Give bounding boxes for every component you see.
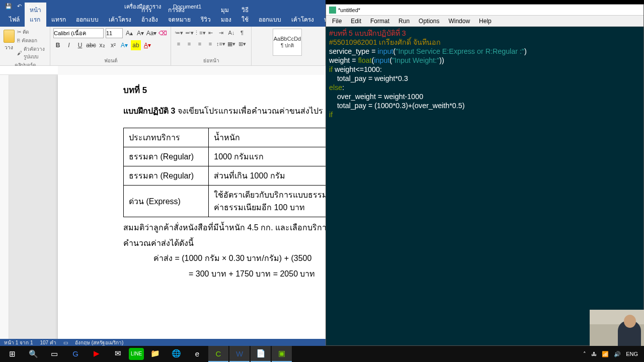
numbering-button[interactable]: ≕▾ xyxy=(185,28,194,37)
ribbon: วาง ✂ ตัด ⎘ คัดลอก 🖌 ตัวคัดวางรูปแบบ คลิ… xyxy=(0,27,326,66)
align-left-button[interactable]: ≡ xyxy=(174,39,183,48)
bullets-button[interactable]: ≔▾ xyxy=(174,28,183,37)
vertical-ruler[interactable] xyxy=(0,75,9,339)
status-page[interactable]: หน้า 1 จาก 1 xyxy=(4,339,33,346)
heading-chapter: บทที่ 5 xyxy=(123,83,326,97)
editor-titlebar[interactable]: *untitled* xyxy=(326,5,643,16)
tray-wifi-icon[interactable]: 📶 xyxy=(602,351,609,357)
align-right-button[interactable]: ≡ xyxy=(195,39,204,48)
paste-button[interactable]: วาง xyxy=(3,28,15,52)
font-group: A▴ A▾ Aa▾ ⌫ B I U abc x₂ x² A▾ ab A▾ ฟอน xyxy=(50,27,171,65)
tray-network-icon[interactable]: 🖧 xyxy=(591,351,597,357)
document-page[interactable]: บทที่ 5 แบบฝึกปฏิบัติ 3 จงเขียนโปรแกรมเพ… xyxy=(58,75,326,339)
underline-button[interactable]: U xyxy=(75,40,85,50)
editor-title-text: *untitled* xyxy=(338,7,360,13)
taskbar: ⊞ 🔍 ▭ G ▶ ✉ LINE 📁 🌐 e C W 📄 ▣ ˄ 🖧 📶 🔊 E… xyxy=(0,346,644,362)
inc-indent-button[interactable]: ⇥ xyxy=(216,28,225,37)
bold-button[interactable]: B xyxy=(53,40,62,50)
chrome-icon[interactable]: G xyxy=(65,346,86,362)
calc-intro: คำนวณค่าส่งได้ดังนี้ xyxy=(123,236,326,251)
italic-button[interactable]: I xyxy=(64,40,73,50)
menu-file[interactable]: File xyxy=(328,17,346,26)
shrink-font-button[interactable]: A▾ xyxy=(136,28,145,38)
tab-review[interactable]: รีวิว xyxy=(196,12,216,27)
tab-table-design[interactable]: ออกแบบ xyxy=(254,12,286,27)
tab-references[interactable]: การอ้างอิง xyxy=(136,3,163,27)
camtasia-icon[interactable]: C xyxy=(208,346,228,362)
clear-format-button[interactable]: ⌫ xyxy=(158,28,167,38)
status-words[interactable]: 107 คำ xyxy=(40,339,56,346)
explorer-icon[interactable]: 📁 xyxy=(145,346,165,362)
menu-window[interactable]: Window xyxy=(444,17,474,26)
document-area[interactable]: บทที่ 5 แบบฝึกปฏิบัติ 3 จงเขียนโปรแกรมเพ… xyxy=(0,75,326,339)
word-statusbar: หน้า 1 จาก 1 107 คำ ▭ อังกฤษ (สหรัฐอเมริ… xyxy=(0,339,326,346)
cut-button[interactable]: ✂ ตัด xyxy=(17,28,47,36)
tray-up-icon[interactable]: ˄ xyxy=(583,351,586,357)
edge-icon[interactable]: e xyxy=(187,346,207,362)
font-size-input[interactable] xyxy=(106,28,123,38)
change-case-button[interactable]: Aa▾ xyxy=(147,28,156,38)
copy-button[interactable]: ⎘ คัดลอก xyxy=(17,37,47,44)
multilevel-button[interactable]: ⋮≡▾ xyxy=(195,28,204,37)
font-label: ฟอนต์ xyxy=(53,56,168,64)
menu-edit[interactable]: Edit xyxy=(347,17,365,26)
idle-icon[interactable]: ▣ xyxy=(272,346,292,362)
show-marks-button[interactable]: ¶ xyxy=(237,28,247,37)
sort-button[interactable]: A↓ xyxy=(227,28,236,37)
grow-font-button[interactable]: A▴ xyxy=(125,28,134,38)
font-color-button[interactable]: A▾ xyxy=(143,40,152,50)
tab-design[interactable]: ออกแบบ xyxy=(71,12,104,27)
tray-volume-icon[interactable]: 🔊 xyxy=(614,351,621,357)
qat-more-icon[interactable]: ▾ xyxy=(36,3,39,10)
menu-options[interactable]: Options xyxy=(415,17,443,26)
line-spacing-button[interactable]: ↕≡▾ xyxy=(216,39,225,48)
undo-icon[interactable]: ↶ xyxy=(17,3,22,10)
start-button[interactable]: ⊞ xyxy=(2,346,22,362)
justify-button[interactable]: ≡ xyxy=(206,39,215,48)
menu-run[interactable]: Run xyxy=(394,17,414,26)
tab-mailings[interactable]: การส่งจดหมาย xyxy=(163,3,196,27)
tab-insert[interactable]: แทรก xyxy=(46,12,71,27)
line-icon[interactable]: LINE xyxy=(129,348,144,360)
format-painter-button[interactable]: 🖌 ตัวคัดวางรูปแบบ xyxy=(17,45,47,60)
menu-format[interactable]: Format xyxy=(366,17,393,26)
highlight-button[interactable]: ab xyxy=(131,40,141,50)
youtube-icon[interactable]: ▶ xyxy=(87,346,107,362)
mail-icon[interactable]: ✉ xyxy=(108,346,128,362)
chrome2-icon[interactable]: 🌐 xyxy=(166,346,186,362)
redo-icon[interactable]: ↻ xyxy=(27,3,31,10)
tab-help[interactable]: วิธีใช้ xyxy=(236,3,254,27)
exercise-line: แบบฝึกปฏิบัติ 3 จงเขียนโปรแกรมเพื่อคำนวณ… xyxy=(123,104,326,119)
dec-indent-button[interactable]: ⇤ xyxy=(206,28,215,37)
status-lang[interactable]: อังกฤษ (สหรัฐอเมริกา) xyxy=(75,339,123,346)
taskview-button[interactable]: ▭ xyxy=(44,346,64,362)
word-icon[interactable]: W xyxy=(229,346,250,362)
tray-lang[interactable]: ENG xyxy=(626,351,638,357)
borders-button[interactable]: ⊞▾ xyxy=(237,39,247,48)
align-center-button[interactable]: ≡ xyxy=(185,39,194,48)
horizontal-ruler[interactable] xyxy=(0,66,326,75)
menu-help[interactable]: Help xyxy=(475,17,496,26)
save-icon[interactable]: 💾 xyxy=(5,3,12,10)
style-normal[interactable]: AaBbCcDd ¶ ปกติ xyxy=(273,29,302,56)
status-spell-icon[interactable]: ▭ xyxy=(63,340,68,345)
calc-line-2: = 300 บาท + 1750 บาท = 2050 บาท xyxy=(189,266,326,282)
code-editor-window: *untitled* File Edit Format Run Options … xyxy=(326,4,644,346)
code-area[interactable]: #บทที่ 5 แบบฝึกปฏิบัติที่ 3 #55010962001… xyxy=(326,27,643,121)
table-cell: ธรรมดา (Regular) xyxy=(124,147,209,166)
tab-file[interactable]: ไฟล์ xyxy=(4,12,25,27)
tab-layout[interactable]: เค้าโครง xyxy=(104,12,136,27)
superscript-button[interactable]: x² xyxy=(109,40,118,50)
system-tray: ˄ 🖧 📶 🔊 ENG xyxy=(583,351,642,357)
app3-icon[interactable]: 📄 xyxy=(251,346,271,362)
tab-table-layout[interactable]: เค้าโครง xyxy=(286,12,319,27)
strike-button[interactable]: abc xyxy=(87,40,96,50)
text-effects-button[interactable]: A▾ xyxy=(120,40,129,50)
subscript-button[interactable]: x₂ xyxy=(98,40,107,50)
calc-line-1: ค่าส่ง = (1000 กรัม × 0.30 บาท/กรัม) + (… xyxy=(153,251,326,266)
font-name-input[interactable] xyxy=(53,28,104,38)
shading-button[interactable]: ▦▾ xyxy=(227,39,236,48)
search-button[interactable]: 🔍 xyxy=(23,346,43,362)
styles-group: AaBbCcDd ¶ ปกติ xyxy=(252,27,326,65)
tab-view[interactable]: มุมมอง xyxy=(216,3,236,27)
